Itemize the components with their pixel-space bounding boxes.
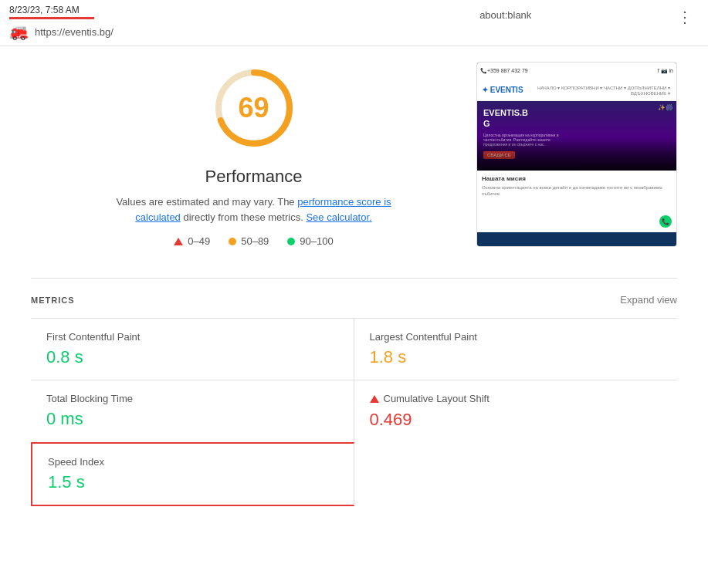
expand-view-button[interactable]: Expand view xyxy=(620,294,677,306)
score-legend: 0–49 50–89 90–100 xyxy=(174,235,333,247)
metric-tbt-name: Total Blocking Time xyxy=(46,393,338,404)
timestamp-underline xyxy=(9,17,94,19)
section-divider xyxy=(31,278,677,279)
site-mockup: 📞+359 887 432 79 f 📷 in ✦ EVENTIS НАЧАЛО… xyxy=(477,63,676,246)
average-icon xyxy=(229,238,236,245)
metric-fcp: First Contentful Paint 0.8 s xyxy=(31,318,354,380)
metric-lcp-name: Largest Contentful Paint xyxy=(370,331,662,343)
mockup-crowd xyxy=(477,140,676,171)
top-bar: 8/23/23, 7:58 AM 🚒 https://eventis.bg/ a… xyxy=(0,0,708,46)
mockup-nav: НАЧАЛО ▾ КОРПОРАТИВНИ ▾ ЧАСТНИ ▾ ДОПЪЛНИ… xyxy=(523,85,672,96)
desc-text: Values are estimated and may vary. The xyxy=(116,196,297,208)
metric-lcp-value: 1.8 s xyxy=(370,347,662,367)
legend-range1: 0–49 xyxy=(188,235,210,247)
mockup-logo: ✦ EVENTIS xyxy=(482,86,523,94)
performance-gauge: 69 xyxy=(208,62,300,154)
metric-cls: Cumulative Layout Shift 0.469 xyxy=(354,380,678,442)
metric-cls-name: Cumulative Layout Shift xyxy=(370,393,662,405)
mockup-section-text: Основна ориентацията на всеки детайл е д… xyxy=(482,184,672,198)
mockup-phone: 📞+359 887 432 79 xyxy=(480,68,528,74)
tab-title: about:blank xyxy=(340,9,672,36)
legend-average: 50–89 xyxy=(229,235,269,247)
url-row: 🚒 https://eventis.bg/ xyxy=(9,22,340,41)
score-section: 69 Performance Values are estimated and … xyxy=(31,62,677,247)
pass-icon xyxy=(287,238,295,245)
mockup-logo-area: ✦ EVENTIS НАЧАЛО ▾ КОРПОРАТИВНИ ▾ ЧАСТНИ… xyxy=(477,79,676,101)
metric-si-value: 1.5 s xyxy=(48,472,338,492)
metric-si-name: Speed Index xyxy=(48,456,338,468)
mockup-fireworks: ✨🎆 xyxy=(658,104,673,111)
metric-tbt-value: 0 ms xyxy=(46,409,338,429)
screenshot-thumbnail: 📞+359 887 432 79 f 📷 in ✦ EVENTIS НАЧАЛО… xyxy=(476,62,677,247)
mockup-section: Нашата мисия Основна ориентацията на все… xyxy=(477,171,676,232)
metrics-grid: First Contentful Paint 0.8 s Largest Con… xyxy=(31,318,677,506)
gauge-score: 69 xyxy=(238,92,269,124)
metric-fcp-value: 0.8 s xyxy=(46,347,338,367)
metric-fcp-name: First Contentful Paint xyxy=(46,331,338,343)
menu-button[interactable]: ⋮ xyxy=(671,5,699,29)
score-description: Values are estimated and may vary. The p… xyxy=(115,194,393,225)
metric-tbt: Total Blocking Time 0 ms xyxy=(31,380,354,442)
legend-range2: 50–89 xyxy=(241,235,269,247)
cls-warning: Cumulative Layout Shift xyxy=(370,393,490,404)
mockup-green-btn: 📞 xyxy=(659,215,672,228)
mockup-topbar: 📞+359 887 432 79 f 📷 in xyxy=(477,63,676,79)
mockup-social: f 📷 in xyxy=(658,68,673,74)
mockup-hero: EVENTIS.BG Цялостна организация на корпо… xyxy=(477,101,676,171)
desc-mid: directly from these metrics. xyxy=(181,211,307,223)
metrics-title: METRICS xyxy=(31,296,75,305)
legend-range3: 90–100 xyxy=(300,235,333,247)
mockup-section-title: Нашата мисия xyxy=(482,175,672,182)
main-content: 69 Performance Values are estimated and … xyxy=(0,46,708,522)
metric-si: Speed Index 1.5 s xyxy=(31,442,354,506)
fail-icon xyxy=(174,238,183,245)
lighthouse-icon: 🚒 xyxy=(9,22,29,41)
timestamp: 8/23/23, 7:58 AM xyxy=(9,5,340,15)
legend-fail: 0–49 xyxy=(174,235,210,247)
metric-lcp: Largest Contentful Paint 1.8 s xyxy=(354,318,678,380)
calculator-link[interactable]: See calculator. xyxy=(306,211,371,223)
page-url: https://eventis.bg/ xyxy=(35,26,113,38)
metric-cls-value: 0.469 xyxy=(370,410,662,430)
top-bar-left: 8/23/23, 7:58 AM 🚒 https://eventis.bg/ xyxy=(9,5,340,41)
legend-pass: 90–100 xyxy=(287,235,333,247)
mockup-hero-text: EVENTIS.BG xyxy=(483,107,561,130)
warning-triangle-icon xyxy=(370,395,379,403)
metrics-header: METRICS Expand view xyxy=(31,294,677,306)
performance-title: Performance xyxy=(205,167,303,187)
score-left: 69 Performance Values are estimated and … xyxy=(31,62,476,247)
